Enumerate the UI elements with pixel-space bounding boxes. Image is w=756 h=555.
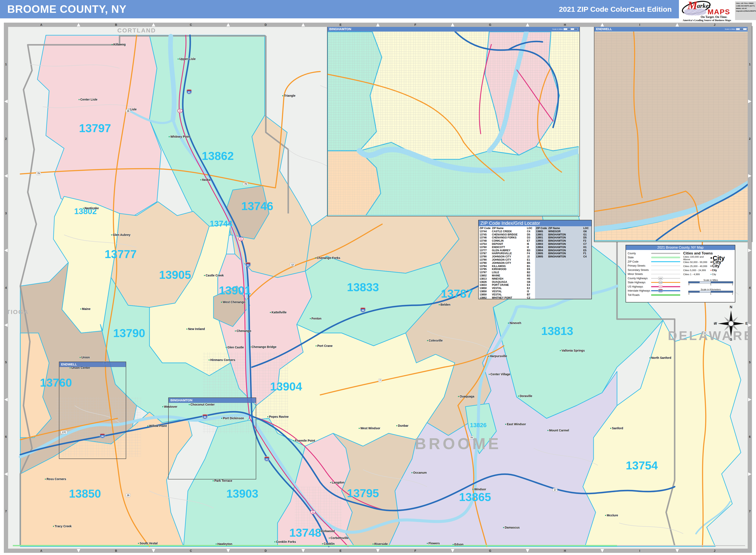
ruler-label: 2: [748, 101, 752, 176]
city-dot-icon: [711, 257, 712, 259]
index-row: 13790JOHNSON CITYB5: [479, 261, 534, 265]
legend-line-sample: 123: [651, 289, 680, 292]
legend-line-sample: [651, 260, 680, 263]
title-bar: BROOME COUNTY, NY 2021 ZIP Code ColorCas…: [0, 0, 679, 18]
ruler-label: J: [677, 23, 752, 27]
logo-m: M: [687, 0, 697, 12]
grid-ruler-right: 1234567: [748, 27, 752, 549]
map-poster: BROOME COUNTY, NY 2021 ZIP Code ColorCas…: [0, 0, 756, 555]
logo-maps: MAPS: [708, 8, 730, 16]
grid-ruler-left: 1234567: [4, 27, 8, 549]
index-row: 13790JOHNSON CITYJ2: [479, 255, 534, 258]
logo-subtitle: America's Leading Source of Business Map…: [680, 19, 733, 22]
edition-label: 2021 ZIP Code ColorCast Edition: [559, 5, 672, 13]
ruler-label: F: [378, 549, 453, 553]
logo-contact-box: CALL US TOLL FREE!1-888-434-MAPS (6277)E…: [735, 1, 756, 20]
ruler-label: E: [303, 23, 378, 27]
index-row: 13903BINGHAMTONF2: [536, 239, 591, 243]
index-row: 13862WHITNEY POINTC2: [479, 296, 534, 299]
ruler-label: 5: [748, 325, 752, 399]
ruler-label: C: [154, 23, 228, 27]
binghamton-inset-map: [328, 32, 579, 216]
ruler-label: A: [4, 549, 79, 553]
scale-km: Scale in Kilometers 012: [688, 288, 733, 295]
legend-city-row: Cities 1 - 4,999 City: [683, 272, 733, 276]
index-row: 13795KIRKWOODE6: [479, 268, 534, 271]
legend-road-row: ZIP Code: [628, 260, 680, 264]
index-row: 13833PORT CRANEE4: [479, 284, 534, 287]
logo-tagline: On Target. On Time.: [701, 15, 727, 19]
legend-city-row: Cities 5,000 - 24,999 City: [683, 268, 733, 272]
legend-road-row: County Highways 123: [628, 276, 680, 281]
ruler-label: I: [602, 549, 677, 553]
city-dot-icon: [711, 270, 711, 271]
cities-towns-header: Cities and Towns: [683, 251, 733, 256]
legend-city-row: Cities 50,000 - 99,999 City: [683, 260, 733, 264]
legend-line-sample: [651, 264, 680, 267]
city-dot-icon: [711, 261, 712, 263]
index-row: 13746CHENANGO FORKSD3: [479, 236, 534, 239]
index-row: 13905BINGHAMTONF1: [536, 252, 591, 255]
ruler-label: A: [4, 23, 79, 27]
compass-w: W: [714, 322, 717, 326]
logo-contact-line: EMAIL US AT:: [736, 7, 755, 10]
compass-n: N: [730, 305, 732, 309]
legend-line-sample: [651, 252, 680, 255]
ruler-label: 4: [4, 250, 8, 325]
index-row: 13744CASTLE CREEKC4: [479, 230, 534, 233]
index-row: 13865WINDSORG6: [536, 230, 591, 233]
legend-city-row: Cities 25,000 - 49,999 City: [683, 264, 733, 268]
legend-road-row: Secondary Streets: [628, 268, 680, 272]
legend-line-sample: 123: [651, 281, 680, 284]
ruler-label: 1: [748, 27, 752, 101]
index-row: 13754DEPOSITI6: [479, 243, 534, 246]
zip-index-table: ZIP Code Index/Grid Locator ZIP CodeZIP …: [478, 220, 592, 299]
index-row: 13813NINEVEHH5: [479, 277, 534, 281]
legend-road-row: Primary Streets: [628, 264, 680, 268]
index-row: 13787HARPURSVILLEF4: [479, 252, 534, 255]
index-row: 13797LISLEB2: [479, 271, 534, 274]
inset-title: BINGHAMTON: [329, 27, 351, 32]
ruler-label: 1: [4, 27, 8, 101]
ruler-label: 6: [748, 399, 752, 474]
zip-index-title: ZIP Code Index/Grid Locator: [479, 220, 591, 226]
ruler-label: 5: [4, 325, 8, 399]
ruler-label: 6: [4, 399, 8, 474]
index-row: 13901BINGHAMTOND5: [536, 236, 591, 239]
ruler-label: 3: [748, 176, 752, 250]
ruler-label: 7: [748, 474, 752, 549]
index-row: 13850VESTALE2: [479, 287, 534, 290]
ruler-label: I: [602, 23, 677, 27]
compass-e: E: [745, 322, 748, 326]
index-row: 13802MAINEB3: [479, 274, 534, 277]
ruler-label: B: [79, 549, 153, 553]
index-row: 13826OUAQUAGAG6: [479, 281, 534, 284]
legend-road-row: County: [628, 251, 680, 256]
logo-contact-line: 1-888-434-MAPS (6277): [736, 5, 755, 7]
ruler-label: G: [453, 23, 527, 27]
endwell-inset: ENDWELL Scale in Miles: [594, 26, 752, 242]
city-dot-icon: [711, 274, 711, 275]
ruler-label: 3: [4, 176, 8, 250]
grid-ruler-top: ABCDEFGHIJ: [4, 23, 752, 27]
legend-line-sample: 123: [651, 277, 680, 280]
compass-rose-icon: N S W E: [714, 305, 748, 341]
index-row: 13904BINGHAMTONH1: [536, 246, 591, 249]
legend-title: 2021 Broome County, NY Map: [626, 245, 735, 250]
page-title: BROOME COUNTY, NY: [7, 3, 127, 15]
ruler-label: 4: [748, 250, 752, 325]
legend-road-row: State: [628, 256, 680, 260]
inset-scalebar: Scale in Miles: [725, 28, 750, 30]
legend-line-sample: [651, 272, 680, 275]
logo-contact-line: CALL US TOLL FREE!: [736, 2, 755, 4]
index-header-row: ZIP CodeZIP NameLOC: [536, 227, 591, 230]
inset-title: ENDWELL: [596, 27, 612, 32]
legend-road-row: US Highways 123: [628, 285, 680, 289]
ruler-label: D: [228, 549, 303, 553]
legend-line-sample: [651, 256, 680, 259]
scale-miles: Scale in Miles 012: [688, 279, 733, 286]
index-row: 13903BINGHAMTONC7: [536, 243, 591, 246]
index-row: 13760ENDICOTTI2: [479, 246, 534, 249]
index-row: 13745CHENANGO BRIDGED5: [479, 233, 534, 236]
index-row: 13777GLEN AUBREYB3: [479, 249, 534, 252]
